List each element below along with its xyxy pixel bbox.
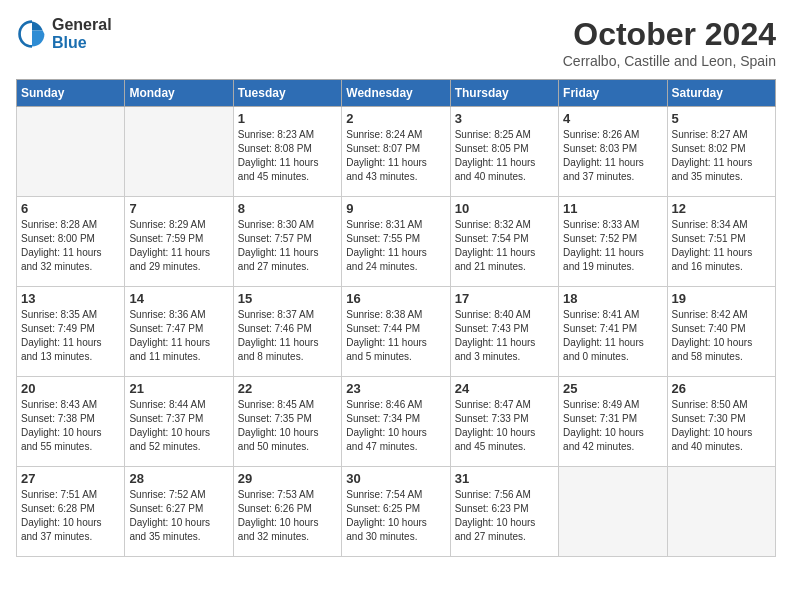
day-info: Sunrise: 7:51 AMSunset: 6:28 PMDaylight:…: [21, 488, 120, 544]
header-wednesday: Wednesday: [342, 80, 450, 107]
day-number: 16: [346, 291, 445, 306]
calendar-cell: 14Sunrise: 8:36 AMSunset: 7:47 PMDayligh…: [125, 287, 233, 377]
logo-blue: Blue: [52, 34, 112, 52]
calendar-cell: 19Sunrise: 8:42 AMSunset: 7:40 PMDayligh…: [667, 287, 775, 377]
day-number: 25: [563, 381, 662, 396]
day-info: Sunrise: 7:54 AMSunset: 6:25 PMDaylight:…: [346, 488, 445, 544]
header-thursday: Thursday: [450, 80, 558, 107]
calendar-cell: 24Sunrise: 8:47 AMSunset: 7:33 PMDayligh…: [450, 377, 558, 467]
day-info: Sunrise: 8:41 AMSunset: 7:41 PMDaylight:…: [563, 308, 662, 364]
calendar-cell: 8Sunrise: 8:30 AMSunset: 7:57 PMDaylight…: [233, 197, 341, 287]
day-info: Sunrise: 7:52 AMSunset: 6:27 PMDaylight:…: [129, 488, 228, 544]
calendar-cell: 26Sunrise: 8:50 AMSunset: 7:30 PMDayligh…: [667, 377, 775, 467]
day-info: Sunrise: 8:40 AMSunset: 7:43 PMDaylight:…: [455, 308, 554, 364]
page-header: General Blue October 2024 Cerralbo, Cast…: [16, 16, 776, 69]
day-number: 21: [129, 381, 228, 396]
day-info: Sunrise: 8:44 AMSunset: 7:37 PMDaylight:…: [129, 398, 228, 454]
calendar-cell: 12Sunrise: 8:34 AMSunset: 7:51 PMDayligh…: [667, 197, 775, 287]
calendar-cell: [125, 107, 233, 197]
calendar-cell: 22Sunrise: 8:45 AMSunset: 7:35 PMDayligh…: [233, 377, 341, 467]
day-number: 14: [129, 291, 228, 306]
day-info: Sunrise: 8:38 AMSunset: 7:44 PMDaylight:…: [346, 308, 445, 364]
calendar-cell: 5Sunrise: 8:27 AMSunset: 8:02 PMDaylight…: [667, 107, 775, 197]
day-info: Sunrise: 8:42 AMSunset: 7:40 PMDaylight:…: [672, 308, 771, 364]
day-number: 17: [455, 291, 554, 306]
calendar-cell: 17Sunrise: 8:40 AMSunset: 7:43 PMDayligh…: [450, 287, 558, 377]
calendar-cell: 21Sunrise: 8:44 AMSunset: 7:37 PMDayligh…: [125, 377, 233, 467]
day-info: Sunrise: 8:34 AMSunset: 7:51 PMDaylight:…: [672, 218, 771, 274]
calendar-cell: 6Sunrise: 8:28 AMSunset: 8:00 PMDaylight…: [17, 197, 125, 287]
day-number: 7: [129, 201, 228, 216]
day-number: 29: [238, 471, 337, 486]
day-info: Sunrise: 8:31 AMSunset: 7:55 PMDaylight:…: [346, 218, 445, 274]
day-number: 3: [455, 111, 554, 126]
day-number: 2: [346, 111, 445, 126]
day-info: Sunrise: 8:35 AMSunset: 7:49 PMDaylight:…: [21, 308, 120, 364]
calendar-cell: 20Sunrise: 8:43 AMSunset: 7:38 PMDayligh…: [17, 377, 125, 467]
day-number: 19: [672, 291, 771, 306]
calendar-cell: 4Sunrise: 8:26 AMSunset: 8:03 PMDaylight…: [559, 107, 667, 197]
calendar-cell: 16Sunrise: 8:38 AMSunset: 7:44 PMDayligh…: [342, 287, 450, 377]
header-sunday: Sunday: [17, 80, 125, 107]
header-monday: Monday: [125, 80, 233, 107]
calendar-cell: 15Sunrise: 8:37 AMSunset: 7:46 PMDayligh…: [233, 287, 341, 377]
calendar-cell: 29Sunrise: 7:53 AMSunset: 6:26 PMDayligh…: [233, 467, 341, 557]
day-number: 24: [455, 381, 554, 396]
day-number: 5: [672, 111, 771, 126]
location-subtitle: Cerralbo, Castille and Leon, Spain: [563, 53, 776, 69]
day-number: 8: [238, 201, 337, 216]
calendar-week-row: 20Sunrise: 8:43 AMSunset: 7:38 PMDayligh…: [17, 377, 776, 467]
day-info: Sunrise: 8:50 AMSunset: 7:30 PMDaylight:…: [672, 398, 771, 454]
header-friday: Friday: [559, 80, 667, 107]
calendar-table: SundayMondayTuesdayWednesdayThursdayFrid…: [16, 79, 776, 557]
calendar-cell: 11Sunrise: 8:33 AMSunset: 7:52 PMDayligh…: [559, 197, 667, 287]
calendar-week-row: 1Sunrise: 8:23 AMSunset: 8:08 PMDaylight…: [17, 107, 776, 197]
day-number: 4: [563, 111, 662, 126]
calendar-week-row: 27Sunrise: 7:51 AMSunset: 6:28 PMDayligh…: [17, 467, 776, 557]
day-info: Sunrise: 8:29 AMSunset: 7:59 PMDaylight:…: [129, 218, 228, 274]
calendar-cell: 18Sunrise: 8:41 AMSunset: 7:41 PMDayligh…: [559, 287, 667, 377]
calendar-cell: 25Sunrise: 8:49 AMSunset: 7:31 PMDayligh…: [559, 377, 667, 467]
day-info: Sunrise: 8:49 AMSunset: 7:31 PMDaylight:…: [563, 398, 662, 454]
day-number: 22: [238, 381, 337, 396]
day-number: 18: [563, 291, 662, 306]
calendar-cell: [667, 467, 775, 557]
day-info: Sunrise: 8:26 AMSunset: 8:03 PMDaylight:…: [563, 128, 662, 184]
day-info: Sunrise: 8:36 AMSunset: 7:47 PMDaylight:…: [129, 308, 228, 364]
day-info: Sunrise: 8:23 AMSunset: 8:08 PMDaylight:…: [238, 128, 337, 184]
calendar-cell: 2Sunrise: 8:24 AMSunset: 8:07 PMDaylight…: [342, 107, 450, 197]
day-info: Sunrise: 8:45 AMSunset: 7:35 PMDaylight:…: [238, 398, 337, 454]
calendar-cell: 28Sunrise: 7:52 AMSunset: 6:27 PMDayligh…: [125, 467, 233, 557]
day-number: 26: [672, 381, 771, 396]
calendar-cell: 31Sunrise: 7:56 AMSunset: 6:23 PMDayligh…: [450, 467, 558, 557]
header-saturday: Saturday: [667, 80, 775, 107]
calendar-cell: 27Sunrise: 7:51 AMSunset: 6:28 PMDayligh…: [17, 467, 125, 557]
logo: General Blue: [16, 16, 112, 51]
calendar-week-row: 6Sunrise: 8:28 AMSunset: 8:00 PMDaylight…: [17, 197, 776, 287]
day-info: Sunrise: 8:25 AMSunset: 8:05 PMDaylight:…: [455, 128, 554, 184]
logo-icon: [16, 18, 48, 50]
calendar-week-row: 13Sunrise: 8:35 AMSunset: 7:49 PMDayligh…: [17, 287, 776, 377]
day-number: 11: [563, 201, 662, 216]
day-number: 9: [346, 201, 445, 216]
day-info: Sunrise: 8:46 AMSunset: 7:34 PMDaylight:…: [346, 398, 445, 454]
day-info: Sunrise: 8:47 AMSunset: 7:33 PMDaylight:…: [455, 398, 554, 454]
day-info: Sunrise: 8:27 AMSunset: 8:02 PMDaylight:…: [672, 128, 771, 184]
header-tuesday: Tuesday: [233, 80, 341, 107]
day-number: 13: [21, 291, 120, 306]
day-number: 27: [21, 471, 120, 486]
calendar-cell: 13Sunrise: 8:35 AMSunset: 7:49 PMDayligh…: [17, 287, 125, 377]
title-block: October 2024 Cerralbo, Castille and Leon…: [563, 16, 776, 69]
calendar-cell: 9Sunrise: 8:31 AMSunset: 7:55 PMDaylight…: [342, 197, 450, 287]
month-title: October 2024: [563, 16, 776, 53]
day-info: Sunrise: 8:30 AMSunset: 7:57 PMDaylight:…: [238, 218, 337, 274]
calendar-cell: 10Sunrise: 8:32 AMSunset: 7:54 PMDayligh…: [450, 197, 558, 287]
day-info: Sunrise: 8:33 AMSunset: 7:52 PMDaylight:…: [563, 218, 662, 274]
day-info: Sunrise: 8:32 AMSunset: 7:54 PMDaylight:…: [455, 218, 554, 274]
day-number: 28: [129, 471, 228, 486]
day-number: 30: [346, 471, 445, 486]
calendar-header-row: SundayMondayTuesdayWednesdayThursdayFrid…: [17, 80, 776, 107]
day-info: Sunrise: 8:28 AMSunset: 8:00 PMDaylight:…: [21, 218, 120, 274]
day-number: 15: [238, 291, 337, 306]
day-info: Sunrise: 8:43 AMSunset: 7:38 PMDaylight:…: [21, 398, 120, 454]
